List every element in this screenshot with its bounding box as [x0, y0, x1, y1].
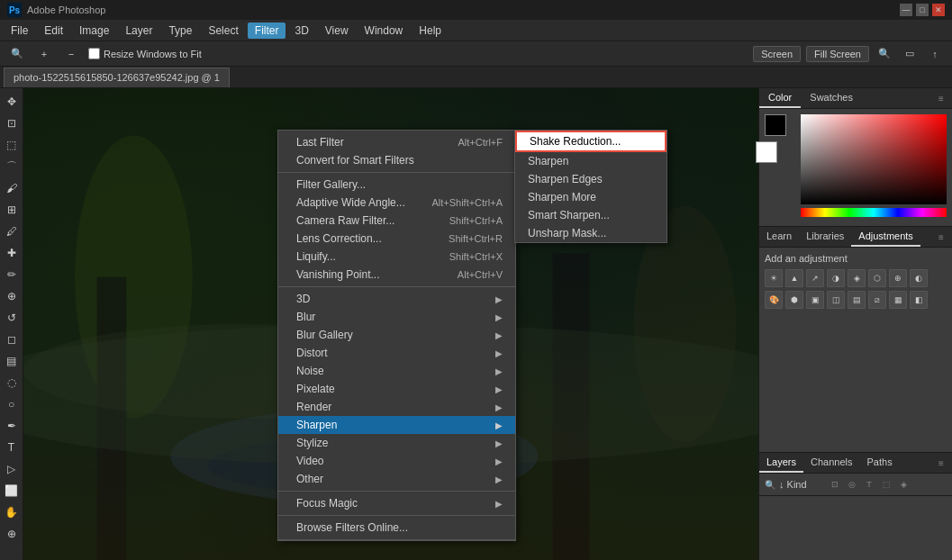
filter-focus-magic[interactable]: Focus Magic ▶ — [278, 494, 515, 512]
clone-tool[interactable]: ⊕ — [2, 286, 22, 306]
text-tool[interactable]: T — [2, 438, 22, 457]
sharpen-more[interactable]: Sharpen More — [515, 188, 666, 206]
adj-brightness-btn[interactable]: ☀ — [765, 269, 783, 287]
filter-last-filter[interactable]: Last Filter Alt+Ctrl+F — [278, 133, 515, 151]
tab-libraries[interactable]: Libraries — [799, 227, 851, 247]
tab-learn[interactable]: Learn — [759, 227, 799, 247]
menu-edit[interactable]: Edit — [37, 23, 70, 39]
adj-huesat-btn[interactable]: ⬡ — [868, 269, 886, 287]
filter-pixelate[interactable]: Pixelate ▶ — [278, 380, 515, 398]
adj-vibrance-btn[interactable]: ◈ — [848, 269, 866, 287]
screen-button[interactable]: Screen — [753, 46, 801, 62]
brush-tool[interactable]: ✏ — [2, 265, 22, 285]
sharpen-edges[interactable]: Sharpen Edges — [515, 170, 666, 188]
filter-other[interactable]: Other ▶ — [278, 470, 515, 488]
layer-icon-2[interactable]: ◎ — [845, 477, 859, 492]
search-btn[interactable]: 🔍 — [875, 44, 894, 64]
dodge-tool[interactable]: ○ — [2, 394, 22, 414]
tool-options-btn[interactable]: 🔍 — [7, 44, 27, 64]
menu-3d[interactable]: 3D — [287, 23, 315, 39]
menu-type[interactable]: Type — [161, 23, 199, 39]
filter-adaptive[interactable]: Adaptive Wide Angle... Alt+Shift+Ctrl+A — [278, 194, 515, 212]
marquee-tool[interactable]: ⬚ — [2, 135, 22, 155]
layers-panel-menu-btn[interactable]: ≡ — [934, 456, 948, 470]
title-bar-controls[interactable]: — □ ✕ — [900, 4, 945, 16]
file-tab[interactable]: photo-1522515615850-126637e95242.jpg @ 1 — [4, 68, 230, 87]
resize-checkbox[interactable] — [88, 48, 100, 59]
filter-camera-raw[interactable]: Camera Raw Filter... Shift+Ctrl+A — [278, 212, 515, 230]
sharpen-smart[interactable]: Smart Sharpen... — [515, 206, 666, 224]
tab-paths[interactable]: Paths — [860, 453, 900, 473]
gradient-tool[interactable]: ▤ — [2, 351, 22, 371]
foreground-color[interactable] — [765, 114, 786, 136]
filter-convert-smart[interactable]: Convert for Smart Filters — [278, 151, 515, 169]
tab-color[interactable]: Color — [759, 88, 801, 108]
close-button[interactable]: ✕ — [932, 4, 945, 16]
maximize-button[interactable]: □ — [916, 4, 929, 16]
menu-layer[interactable]: Layer — [118, 23, 159, 39]
filter-noise[interactable]: Noise ▶ — [278, 362, 515, 380]
healing-tool[interactable]: ✚ — [2, 243, 22, 263]
hand-tool[interactable]: ✋ — [2, 502, 22, 522]
blur-tool[interactable]: ◌ — [2, 373, 22, 393]
filter-blur-gallery[interactable]: Blur Gallery ▶ — [278, 326, 515, 344]
menu-image[interactable]: Image — [72, 23, 116, 39]
tab-swatches[interactable]: Swatches — [801, 88, 862, 108]
layer-icon-1[interactable]: ⊡ — [828, 477, 842, 492]
layer-icon-5[interactable]: ◈ — [896, 477, 911, 492]
sharpen-unsharp[interactable]: Unsharp Mask... — [515, 224, 666, 242]
menu-filter[interactable]: Filter — [248, 23, 286, 39]
pen-tool[interactable]: ✒ — [2, 416, 22, 436]
filter-distort[interactable]: Distort ▶ — [278, 344, 515, 362]
panel-btn[interactable]: ▭ — [900, 44, 920, 64]
filter-sharpen[interactable]: Sharpen ▶ — [278, 416, 515, 434]
filter-gallery[interactable]: Filter Gallery... — [278, 176, 515, 194]
color-hue-bar[interactable] — [801, 208, 947, 217]
zoom-in-btn[interactable]: + — [34, 44, 54, 64]
resize-checkbox-area[interactable]: Resize Windows to Fit — [88, 48, 202, 59]
fill-screen-button[interactable]: Fill Screen — [806, 46, 869, 62]
menu-window[interactable]: Window — [358, 23, 411, 39]
filter-blur[interactable]: Blur ▶ — [278, 308, 515, 326]
crop-tool[interactable]: ⊞ — [2, 200, 22, 220]
filter-vanishing-point[interactable]: Vanishing Point... Alt+Ctrl+V — [278, 266, 515, 284]
adj-gradient-btn[interactable]: ▦ — [889, 291, 907, 309]
filter-liquify[interactable]: Liquify... Shift+Ctrl+X — [278, 248, 515, 266]
artboard-tool[interactable]: ⊡ — [2, 113, 22, 133]
move-tool[interactable]: ✥ — [2, 92, 22, 112]
filter-stylize[interactable]: Stylize ▶ — [278, 434, 515, 452]
layer-icon-3[interactable]: T — [862, 477, 876, 492]
zoom-tool[interactable]: ⊕ — [2, 524, 22, 544]
color-panel-menu-btn[interactable]: ≡ — [934, 91, 948, 105]
share-btn[interactable]: ↑ — [925, 44, 945, 64]
history-brush[interactable]: ↺ — [2, 308, 22, 328]
minimize-button[interactable]: — — [900, 4, 912, 16]
tab-adjustments[interactable]: Adjustments — [851, 227, 920, 247]
filter-lens-correction[interactable]: Lens Correction... Shift+Ctrl+R — [278, 230, 515, 248]
adj-channelmix-btn[interactable]: ⬢ — [785, 291, 803, 309]
sharpen-sharpen[interactable]: Sharpen — [515, 152, 666, 170]
adj-exposure-btn[interactable]: ◑ — [827, 269, 845, 287]
menu-file[interactable]: File — [4, 23, 35, 39]
eyedropper-tool[interactable]: 🖊 — [2, 221, 22, 241]
color-gradient-picker[interactable] — [801, 114, 947, 204]
path-select-tool[interactable]: ▷ — [2, 459, 22, 479]
shape-tool[interactable]: ⬜ — [2, 481, 22, 501]
tab-layers[interactable]: Layers — [759, 453, 803, 473]
filter-render[interactable]: Render ▶ — [278, 398, 515, 416]
background-color[interactable] — [756, 141, 777, 163]
filter-video[interactable]: Video ▶ — [278, 452, 515, 470]
menu-view[interactable]: View — [318, 23, 356, 39]
filter-3d[interactable]: 3D ▶ — [278, 290, 515, 308]
menu-help[interactable]: Help — [412, 23, 449, 39]
menu-select[interactable]: Select — [201, 23, 245, 39]
quick-select-tool[interactable]: 🖌 — [2, 178, 22, 198]
adj-selective-btn[interactable]: ◧ — [910, 291, 928, 309]
zoom-out-btn[interactable]: − — [61, 44, 81, 64]
adj-colorlookup-btn[interactable]: ▣ — [806, 291, 824, 309]
sharpen-shake-reduction[interactable]: Shake Reduction... — [515, 131, 666, 152]
eraser-tool[interactable]: ◻ — [2, 330, 22, 349]
adj-photofil-btn[interactable]: 🎨 — [765, 291, 783, 309]
filter-browse-online[interactable]: Browse Filters Online... — [278, 519, 515, 537]
adj-panel-menu-btn[interactable]: ≡ — [934, 230, 948, 244]
